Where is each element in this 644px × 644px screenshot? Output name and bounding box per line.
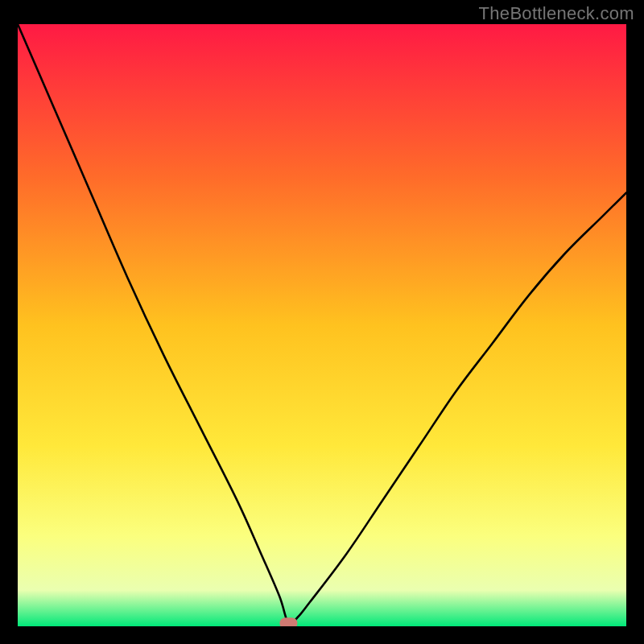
chart-container: TheBottleneck.com <box>0 0 644 644</box>
optimal-point-marker <box>279 617 297 626</box>
watermark: TheBottleneck.com <box>479 3 634 24</box>
gradient-background <box>18 24 626 626</box>
bottleneck-chart <box>18 24 626 626</box>
